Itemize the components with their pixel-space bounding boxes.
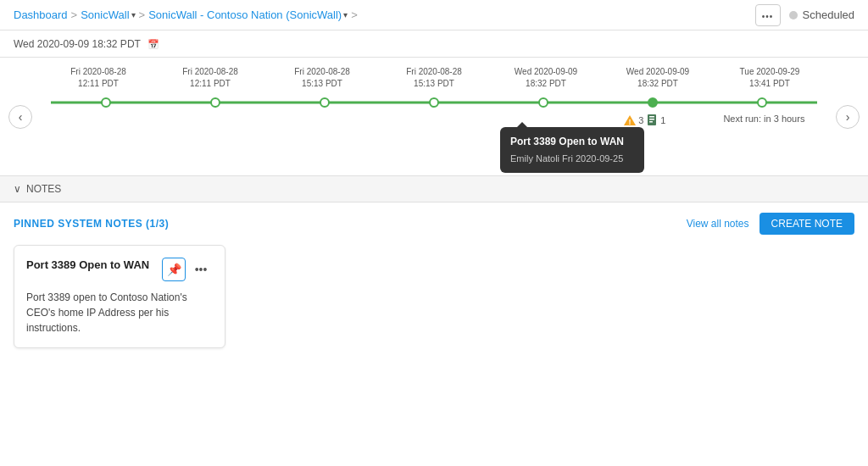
note-title: Port 3389 Open to WAN [26, 258, 149, 273]
warning-triangle-icon: ! [623, 114, 637, 126]
timeline-nav-right[interactable]: › [836, 105, 860, 129]
timeline-section: ‹ › Fri 2020-08-2812:11 PDT Fri 2020-08-… [0, 58, 868, 176]
calendar-icon [147, 38, 159, 50]
scheduled-badge: Scheduled [789, 8, 854, 21]
note-count: 1 [660, 115, 665, 125]
pinned-header: PINNED SYSTEM NOTES (1/3) View all notes… [14, 213, 854, 235]
note-body: Port 3389 open to Contoso Nation's CEO's… [26, 290, 213, 336]
note-card-header: Port 3389 Open to WAN 📌 ••• [26, 258, 213, 281]
timeline-dot-3[interactable] [429, 97, 439, 108]
timeline-label-5: Wed 2020-09-0918:32 PDT [624, 66, 692, 90]
top-bar-right: Scheduled [755, 4, 854, 26]
note-more-button[interactable]: ••• [189, 258, 213, 281]
breadcrumb-sonicwall[interactable]: SonicWall [81, 8, 135, 21]
breadcrumb-page-link[interactable]: SonicWall - Contoso Nation (SonicWall) [148, 8, 342, 21]
svg-text:!: ! [629, 118, 632, 126]
scheduled-dot-icon [789, 11, 798, 19]
timeline-dot-5-active[interactable] [648, 97, 658, 108]
top-bar: Dashboard > SonicWall > SonicWall - Cont… [0, 0, 868, 31]
date-label: Wed 2020-09-09 18:32 PDT [14, 38, 141, 50]
notes-toggle-section[interactable]: ∨ NOTES [0, 176, 868, 202]
note-dots-icon: ••• [195, 263, 208, 276]
more-button[interactable] [755, 4, 781, 26]
timeline-label-4: Wed 2020-09-0918:32 PDT [512, 66, 580, 90]
timeline-label-2: Fri 2020-08-2815:13 PDT [288, 66, 356, 90]
pinned-actions: View all notes CREATE NOTE [687, 213, 854, 235]
sub-bar: Wed 2020-09-09 18:32 PDT [0, 31, 868, 58]
scheduled-label: Scheduled [803, 8, 854, 21]
timeline-label-0: Fri 2020-08-2812:11 PDT [64, 66, 132, 90]
breadcrumb-sep3: > [351, 8, 358, 21]
create-note-button[interactable]: CREATE NOTE [760, 213, 854, 235]
pin-icon: 📌 [167, 263, 181, 276]
timeline-label-3: Fri 2020-08-2815:13 PDT [400, 66, 468, 90]
note-card-0: Port 3389 Open to WAN 📌 ••• Port 3389 op… [14, 245, 225, 348]
tooltip-title: Port 3389 Open to WAN [510, 134, 634, 149]
timeline-nav-left[interactable]: ‹ [8, 105, 32, 129]
page-dropdown-icon[interactable] [343, 10, 348, 19]
dots-icon [762, 8, 774, 22]
note-card-actions: 📌 ••• [162, 258, 213, 281]
breadcrumb-dashboard[interactable]: Dashboard [14, 8, 68, 21]
badges-row: ! 3 1 [610, 114, 678, 127]
timeline-tooltip: Port 3389 Open to WAN Emily Natoli Fri 2… [500, 127, 644, 173]
note-doc-icon [647, 114, 659, 127]
breadcrumb-sep1: > [71, 8, 78, 21]
breadcrumb-sep2: > [139, 8, 146, 21]
warning-badge: ! 3 [623, 114, 643, 126]
timeline-extras: ! 3 1 Nex [42, 114, 826, 129]
sonicwall-dropdown-icon[interactable] [131, 10, 136, 19]
timeline-wrapper: Fri 2020-08-2812:11 PDT Fri 2020-08-2812… [42, 66, 826, 129]
timeline-dot-1[interactable] [210, 97, 220, 108]
timeline-dot-6[interactable] [757, 97, 767, 108]
next-run-label: Next run: in 3 hours [720, 114, 804, 124]
svg-rect-3 [649, 116, 654, 118]
warning-count: 3 [638, 115, 643, 125]
breadcrumb-page[interactable]: SonicWall - Contoso Nation (SonicWall) [148, 8, 348, 21]
pinned-section: PINNED SYSTEM NOTES (1/3) View all notes… [0, 202, 868, 358]
notes-collapse-icon: ∨ [14, 183, 21, 195]
timeline-labels: Fri 2020-08-2812:11 PDT Fri 2020-08-2812… [42, 66, 826, 90]
timeline-label-1: Fri 2020-08-2812:11 PDT [176, 66, 244, 90]
pin-button[interactable]: 📌 [162, 258, 186, 281]
timeline-label-6: Tue 2020-09-2913:41 PDT [736, 66, 804, 90]
timeline-dot-2[interactable] [320, 97, 330, 108]
svg-rect-5 [649, 121, 653, 123]
timeline-dot-0[interactable] [101, 97, 111, 108]
notes-toggle[interactable]: ∨ NOTES [14, 183, 854, 195]
timeline-dot-4[interactable] [538, 97, 548, 108]
timeline-track [51, 97, 817, 108]
note-badge: 1 [647, 114, 665, 127]
svg-rect-4 [649, 119, 654, 120]
breadcrumb-sonicwall-link[interactable]: SonicWall [81, 8, 129, 21]
breadcrumb: Dashboard > SonicWall > SonicWall - Cont… [14, 8, 358, 21]
view-all-notes-link[interactable]: View all notes [687, 218, 749, 230]
pinned-title: PINNED SYSTEM NOTES (1/3) [14, 218, 169, 230]
notes-label: NOTES [26, 183, 61, 195]
timeline-dots [51, 97, 817, 108]
tooltip-sub: Emily Natoli Fri 2020-09-25 [510, 152, 634, 166]
